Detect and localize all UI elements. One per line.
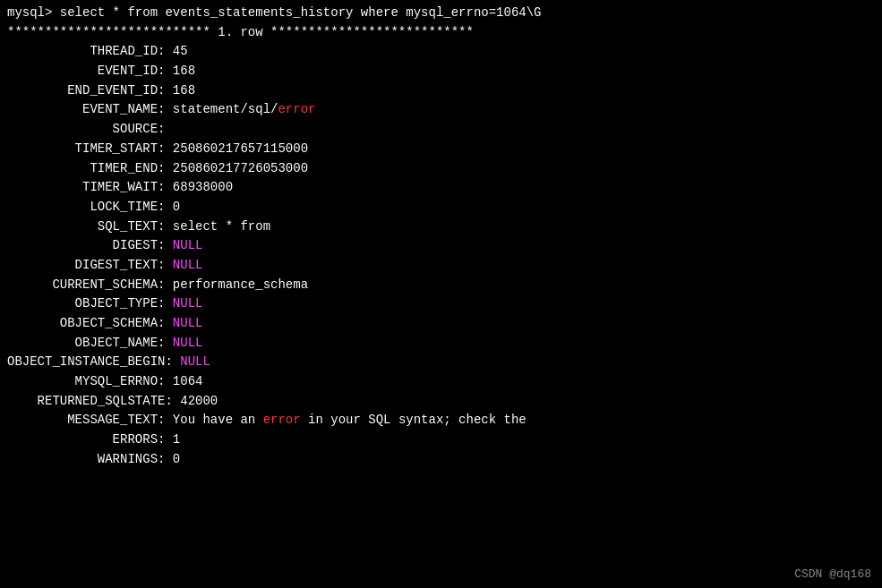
field-returned-sqlstate: RETURNED_SQLSTATE: 42000: [7, 392, 875, 412]
field-timer-wait: TIMER_WAIT: 68938000: [7, 178, 875, 198]
command-line: mysql> select * from events_statements_h…: [7, 4, 875, 23]
field-timer-start: TIMER_START: 250860217657115000: [7, 140, 875, 159]
field-object-type: OBJECT_TYPE: NULL: [7, 294, 875, 314]
field-thread-id: THREAD_ID: 45: [7, 42, 875, 62]
field-mysql-errno: MYSQL_ERRNO: 1064: [7, 372, 875, 392]
watermark: CSDN @dq168: [794, 567, 871, 581]
terminal: mysql> select * from events_statements_h…: [0, 0, 882, 588]
field-sql-text: SQL_TEXT: select * from: [7, 217, 875, 237]
field-lock-time: LOCK_TIME: 0: [7, 198, 875, 217]
field-errors: ERRORS: 1: [7, 430, 875, 450]
field-event-id: EVENT_ID: 168: [7, 62, 875, 81]
field-end-event-id: END_EVENT_ID: 168: [7, 81, 875, 101]
row-separator: *************************** 1. row *****…: [7, 23, 875, 43]
field-digest-text: DIGEST_TEXT: NULL: [7, 256, 875, 276]
prompt: mysql>: [7, 4, 60, 23]
field-source: SOURCE:: [7, 120, 875, 140]
field-object-name: OBJECT_NAME: NULL: [7, 334, 875, 354]
field-message-text: MESSAGE_TEXT: You have an error in your …: [7, 411, 875, 430]
field-object-instance-begin: OBJECT_INSTANCE_BEGIN: NULL: [7, 353, 875, 372]
field-object-schema: OBJECT_SCHEMA: NULL: [7, 314, 875, 334]
command-text: select * from events_statements_history …: [60, 4, 542, 23]
field-digest: DIGEST: NULL: [7, 236, 875, 256]
field-warnings: WARNINGS: 0: [7, 450, 875, 470]
field-timer-end: TIMER_END: 250860217726053000: [7, 159, 875, 179]
field-current-schema: CURRENT_SCHEMA: performance_schema: [7, 276, 875, 295]
field-event-name: EVENT_NAME: statement/sql/error: [7, 100, 875, 120]
